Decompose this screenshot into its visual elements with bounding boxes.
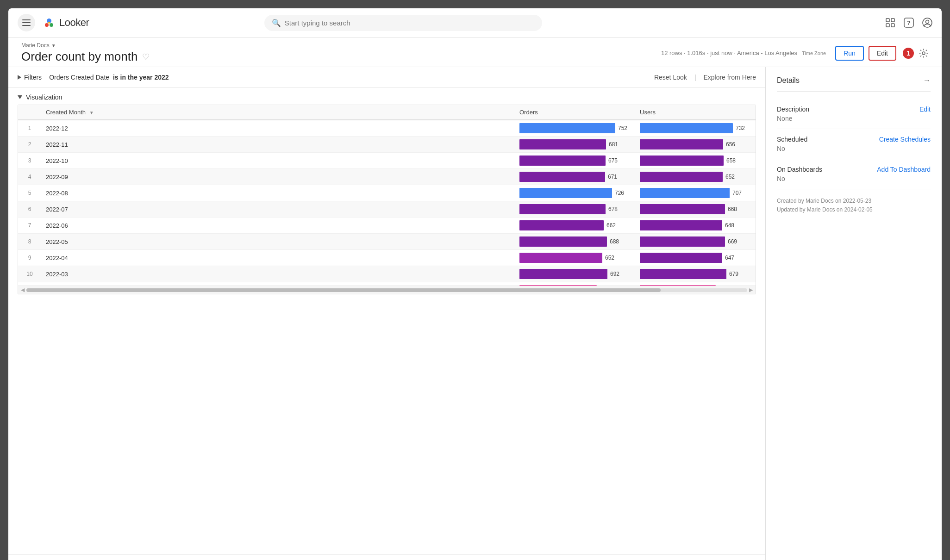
svg-rect-7 (891, 24, 894, 27)
svg-text:?: ? (907, 19, 911, 26)
svg-rect-6 (886, 24, 889, 27)
help-button[interactable]: ? (904, 18, 914, 28)
favorite-icon[interactable]: ♡ (142, 52, 150, 62)
cell-month: 2022-12 (41, 120, 515, 137)
add-to-dashboard-link[interactable]: Add To Dashboard (877, 166, 931, 173)
cell-month: 2022-07 (41, 201, 515, 218)
data-table-outer: Created Month ▼ Orders Users (18, 105, 756, 294)
filter-separator: | (694, 74, 696, 81)
meta-info: 12 rows · 1.016s · just now · America - … (661, 50, 826, 56)
col-header-orders[interactable]: Orders (515, 105, 635, 120)
table-row: 1 2022-12 752 732 (18, 120, 756, 137)
filter-description: Orders Created Date is in the year 2022 (49, 74, 169, 81)
filters-toggle[interactable]: Filters (18, 74, 42, 81)
filters-label: Filters (24, 74, 42, 81)
table-row: 11 2022-02 608 597 (18, 282, 756, 286)
table-row: 6 2022-07 678 668 (18, 201, 756, 218)
right-panel: Details → Description Edit None Schedule… (766, 67, 942, 560)
cell-month: 2022-06 (41, 218, 515, 234)
hamburger-button[interactable] (18, 14, 35, 31)
table-row: 5 2022-08 726 707 (18, 185, 756, 201)
col-header-num (18, 105, 41, 120)
description-label: Description (777, 106, 809, 113)
search-bar: 🔍 (264, 15, 542, 31)
cell-orders: 688 (515, 234, 635, 250)
cell-orders: 608 (515, 282, 635, 286)
timezone-label: Time Zone (802, 50, 826, 56)
col-header-month[interactable]: Created Month ▼ (41, 105, 515, 120)
cell-month: 2022-05 (41, 234, 515, 250)
svg-rect-4 (886, 19, 889, 22)
cell-orders: 675 (515, 153, 635, 169)
cell-month: 2022-08 (41, 185, 515, 201)
page-title: Order count by month (21, 50, 138, 64)
cell-orders: 671 (515, 169, 635, 185)
table-row: 2 2022-11 681 656 (18, 137, 756, 153)
cell-users: 679 (635, 266, 756, 282)
cell-orders: 726 (515, 185, 635, 201)
cell-users: 656 (635, 137, 756, 153)
nav-right-icons: ? (885, 18, 932, 28)
row-number: 9 (18, 250, 41, 266)
settings-button[interactable] (919, 48, 929, 58)
cell-orders: 678 (515, 201, 635, 218)
visualization-section: Visualization Created Month ▼ (8, 88, 765, 554)
cell-orders: 681 (515, 137, 635, 153)
table-row: 7 2022-06 662 648 (18, 218, 756, 234)
action-buttons: Run Edit 1 (835, 46, 929, 61)
details-header: Details → (777, 76, 931, 92)
breadcrumb-area: Marie Docs ▼ Order count by month ♡ (21, 42, 150, 64)
create-schedules-link[interactable]: Create Schedules (879, 136, 931, 143)
details-navigate-icon[interactable]: → (923, 76, 931, 85)
filter-actions: Reset Look | Explore from Here (654, 74, 756, 81)
filter-field: Orders Created Date (49, 74, 109, 81)
scheduled-value: No (777, 145, 931, 152)
updated-text: Updated by Marie Docs on 2024-02-05 (777, 205, 931, 214)
badge-1: 1 (903, 48, 914, 59)
explore-from-here-link[interactable]: Explore from Here (703, 74, 756, 81)
user-profile-button[interactable] (922, 18, 932, 28)
svg-rect-5 (891, 19, 894, 22)
table-row: 3 2022-10 675 658 (18, 153, 756, 169)
cell-orders: 752 (515, 120, 635, 137)
left-panel: Filters Orders Created Date is in the ye… (8, 67, 766, 560)
description-edit-link[interactable]: Edit (919, 106, 931, 113)
table-scroll-area[interactable]: Created Month ▼ Orders Users (18, 105, 756, 286)
breadcrumb-chevron-icon: ▼ (51, 43, 56, 48)
row-number: 6 (18, 201, 41, 218)
table-row: 9 2022-04 652 647 (18, 250, 756, 266)
cell-month: 2022-11 (41, 137, 515, 153)
search-input[interactable] (285, 19, 535, 27)
run-button[interactable]: Run (835, 46, 864, 61)
meta-footer: Created by Marie Docs on 2022-05-23 Upda… (777, 189, 931, 214)
visualization-toggle[interactable]: Visualization (18, 88, 756, 105)
details-title: Details (777, 76, 800, 85)
row-number: 7 (18, 218, 41, 234)
logo-text: Looker (59, 17, 89, 29)
cell-users: 732 (635, 120, 756, 137)
reset-look-link[interactable]: Reset Look (654, 74, 687, 81)
cell-orders: 662 (515, 218, 635, 234)
data-table: Created Month ▼ Orders Users (18, 105, 756, 286)
breadcrumb-label: Marie Docs (21, 42, 50, 49)
svg-point-12 (922, 52, 925, 55)
svg-point-11 (925, 20, 929, 24)
cell-users: 668 (635, 201, 756, 218)
looker-logo-icon (43, 16, 56, 29)
marketplace-button[interactable] (885, 18, 895, 28)
cell-orders: 692 (515, 266, 635, 282)
table-row: 10 2022-03 692 679 (18, 266, 756, 282)
edit-button[interactable]: Edit (869, 46, 896, 61)
sort-icon: ▼ (89, 110, 94, 115)
row-number: 5 (18, 185, 41, 201)
breadcrumb[interactable]: Marie Docs ▼ (21, 42, 150, 49)
filter-qualifier: is in the year 2022 (113, 74, 169, 81)
logo[interactable]: Looker (43, 16, 89, 29)
top-navigation: Looker 🔍 ? (8, 8, 942, 37)
col-header-users[interactable]: Users (635, 105, 756, 120)
cell-month: 2022-10 (41, 153, 515, 169)
visualization-expand-icon (18, 95, 22, 99)
cell-month: 2022-02 (41, 282, 515, 286)
row-number: 8 (18, 234, 41, 250)
svg-point-2 (50, 23, 53, 27)
